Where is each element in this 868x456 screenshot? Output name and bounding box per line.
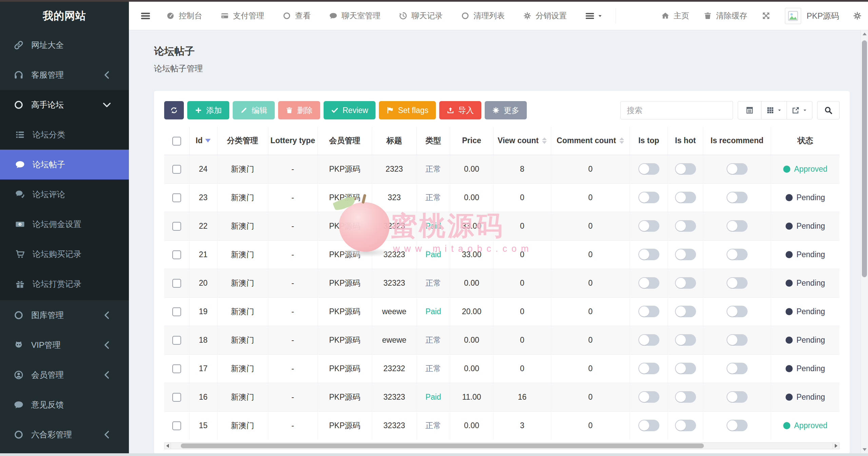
- table-row[interactable]: 17 新澳门 - PKP源码 23232 正常 0.00 0 0 Pending: [164, 354, 840, 383]
- is-recommend-toggle[interactable]: [727, 391, 748, 403]
- nav-home[interactable]: 主页: [661, 11, 689, 21]
- is-hot-toggle[interactable]: [675, 391, 696, 403]
- sidebar-item-forum-rewards[interactable]: 论坛打赏记录: [0, 269, 129, 299]
- scroll-down-arrow[interactable]: [861, 446, 868, 453]
- columns-button[interactable]: [761, 101, 787, 119]
- is-top-toggle[interactable]: [638, 277, 659, 289]
- is-hot-toggle[interactable]: [675, 277, 696, 289]
- is-recommend-toggle[interactable]: [727, 192, 748, 203]
- horizontal-scroll-track[interactable]: [171, 442, 833, 449]
- row-checkbox[interactable]: [172, 279, 181, 288]
- nav-clear-cache[interactable]: 清除缓存: [703, 11, 747, 21]
- is-recommend-toggle[interactable]: [727, 363, 748, 374]
- column-title[interactable]: 标题: [372, 127, 417, 155]
- scroll-right-arrow[interactable]: [833, 442, 840, 449]
- is-recommend-toggle[interactable]: [727, 306, 748, 317]
- column-is-recommend[interactable]: Is recommend: [703, 127, 771, 155]
- add-button[interactable]: 添加: [187, 101, 229, 119]
- sidebar-item-forum-posts[interactable]: 论坛帖子: [0, 150, 129, 179]
- table-row[interactable]: 23 新澳门 - PKP源码 323 正常 0.00 0 0 Pending: [164, 183, 840, 212]
- sidebar-item-customer-service[interactable]: 客服管理: [0, 60, 129, 90]
- nav-tab-dashboard[interactable]: 控制台: [166, 11, 202, 21]
- sidebar-item-feedback[interactable]: 意见反馈: [0, 390, 129, 420]
- is-recommend-toggle[interactable]: [727, 249, 748, 260]
- sidebar-item-forum-commission[interactable]: 论坛佣金设置: [0, 209, 129, 239]
- more-button[interactable]: 更多: [485, 101, 527, 119]
- scroll-up-arrow[interactable]: [861, 30, 868, 38]
- is-recommend-toggle[interactable]: [727, 163, 748, 175]
- is-top-toggle[interactable]: [638, 306, 659, 317]
- is-top-toggle[interactable]: [638, 192, 659, 203]
- column-category[interactable]: 分类管理: [217, 127, 268, 155]
- detail-view-button[interactable]: [738, 101, 761, 119]
- sidebar-item-site-urls[interactable]: 网址大全: [0, 30, 129, 60]
- search-button[interactable]: [817, 101, 840, 119]
- table-row[interactable]: 19 新澳门 - PKP源码 weewe Paid 20.00 0 0 Pend…: [164, 297, 840, 326]
- nav-tab-cleanup[interactable]: 清理列表: [461, 11, 505, 21]
- table-row[interactable]: 20 新澳门 - PKP源码 32323 正常 0.00 0 0 Pending: [164, 269, 840, 297]
- is-recommend-toggle[interactable]: [727, 220, 748, 232]
- is-hot-toggle[interactable]: [675, 334, 696, 346]
- column-id[interactable]: Id: [189, 127, 217, 155]
- refresh-button[interactable]: [164, 101, 184, 119]
- table-row[interactable]: 16 新澳门 - PKP源码 32323 Paid 11.00 16 0 Pen…: [164, 383, 840, 411]
- sidebar-item-members[interactable]: 会员管理: [0, 360, 129, 390]
- column-comment-count[interactable]: Comment count: [551, 127, 630, 155]
- row-checkbox[interactable]: [172, 336, 181, 345]
- nav-fullscreen[interactable]: [761, 11, 771, 20]
- column-price[interactable]: Price: [450, 127, 493, 155]
- nav-tab-payment[interactable]: 支付管理: [220, 11, 264, 21]
- scroll-left-arrow[interactable]: [164, 442, 171, 449]
- is-top-toggle[interactable]: [638, 249, 659, 260]
- sidebar-toggle-bars-icon[interactable]: [140, 11, 151, 21]
- is-hot-toggle[interactable]: [675, 306, 696, 317]
- review-button[interactable]: Review: [324, 101, 375, 119]
- column-lottery-type[interactable]: Lottery type: [268, 127, 317, 155]
- sidebar-item-vip[interactable]: VIP管理: [0, 330, 129, 360]
- table-row[interactable]: 24 新澳门 - PKP源码 2323 正常 0.00 8 0 Approved: [164, 155, 840, 183]
- is-hot-toggle[interactable]: [675, 192, 696, 203]
- delete-button[interactable]: 删除: [278, 101, 320, 119]
- table-row[interactable]: 15 新澳门 - PKP源码 32323 正常 0.00 3 0 Approve…: [164, 411, 840, 440]
- sidebar-item-forum-category[interactable]: 论坛分类: [0, 120, 129, 150]
- is-top-toggle[interactable]: [638, 334, 659, 346]
- row-checkbox[interactable]: [172, 364, 181, 373]
- is-top-toggle[interactable]: [638, 363, 659, 374]
- column-status[interactable]: 状态: [771, 127, 840, 155]
- export-button[interactable]: [787, 101, 812, 119]
- is-hot-toggle[interactable]: [675, 163, 696, 175]
- is-hot-toggle[interactable]: [675, 420, 696, 431]
- settings-cogs-icon[interactable]: [853, 11, 862, 20]
- user-avatar[interactable]: [785, 8, 801, 24]
- column-view-count[interactable]: View count: [493, 127, 551, 155]
- nav-tab-chatroom[interactable]: 聊天室管理: [329, 11, 381, 21]
- row-checkbox[interactable]: [172, 165, 181, 174]
- sidebar-item-gallery[interactable]: 图库管理: [0, 300, 129, 330]
- is-hot-toggle[interactable]: [675, 220, 696, 232]
- sidebar-item-lottery[interactable]: 六合彩管理: [0, 420, 129, 450]
- nav-tab-view[interactable]: 查看: [283, 11, 311, 21]
- column-member[interactable]: 会员管理: [317, 127, 372, 155]
- import-button[interactable]: 导入: [439, 101, 481, 119]
- is-top-toggle[interactable]: [638, 391, 659, 403]
- username[interactable]: PKP源码: [807, 11, 839, 21]
- column-is-top[interactable]: Is top: [630, 127, 668, 155]
- set-flags-button[interactable]: Set flags: [379, 101, 436, 119]
- is-recommend-toggle[interactable]: [727, 420, 748, 431]
- is-hot-toggle[interactable]: [675, 249, 696, 260]
- is-recommend-toggle[interactable]: [727, 334, 748, 346]
- column-type[interactable]: 类型: [417, 127, 450, 155]
- vertical-scroll-thumb[interactable]: [862, 40, 867, 277]
- column-is-hot[interactable]: Is hot: [668, 127, 703, 155]
- vertical-scrollbar[interactable]: [861, 30, 868, 453]
- row-checkbox[interactable]: [172, 393, 181, 402]
- row-checkbox[interactable]: [172, 250, 181, 259]
- row-checkbox[interactable]: [172, 193, 181, 202]
- row-checkbox[interactable]: [172, 307, 181, 316]
- is-top-toggle[interactable]: [638, 163, 659, 175]
- table-row[interactable]: 21 新澳门 - PKP源码 32323 Paid 33.00 0 0 Pend…: [164, 240, 840, 269]
- sidebar-item-forum[interactable]: 高手论坛: [0, 90, 129, 120]
- table-row[interactable]: 18 新澳门 - PKP源码 ewewe 正常 0.00 0 0 Pending: [164, 326, 840, 354]
- row-checkbox[interactable]: [172, 421, 181, 430]
- edit-button[interactable]: 编辑: [233, 101, 275, 119]
